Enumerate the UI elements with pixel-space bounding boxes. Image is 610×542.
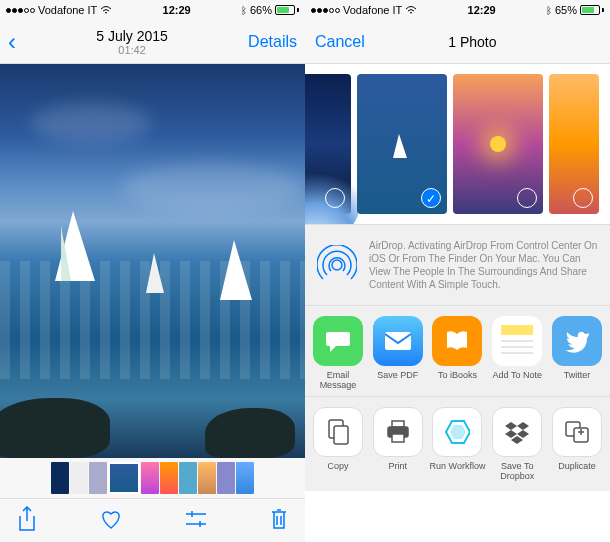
action-copy[interactable]: Copy (309, 407, 367, 481)
carrier-label: Vodafone IT (38, 4, 97, 16)
workflow-icon (432, 407, 482, 457)
share-app-twitter[interactable]: Twitter (548, 316, 606, 392)
airdrop-description: AirDrop. Activating AirDrop From Control… (369, 239, 600, 291)
share-app-message[interactable]: Email Message (309, 316, 367, 392)
checkmark-icon (421, 188, 441, 208)
share-icon (16, 506, 38, 532)
notes-icon (492, 316, 542, 366)
print-icon (373, 407, 423, 457)
heart-icon (99, 508, 123, 530)
svg-rect-2 (501, 325, 533, 335)
sliders-icon (184, 509, 208, 529)
battery-pct: 65% (555, 4, 577, 16)
share-app-ibooks[interactable]: To iBooks (429, 316, 487, 392)
photo-thumb[interactable] (305, 74, 351, 214)
status-time: 12:29 (417, 4, 546, 16)
airdrop-row[interactable]: AirDrop. Activating AirDrop From Control… (305, 224, 610, 306)
delete-button[interactable] (269, 507, 289, 535)
action-duplicate[interactable]: Duplicate (548, 407, 606, 481)
share-app-mail[interactable]: Save PDF (369, 316, 427, 392)
share-apps-row: Email Message Save PDF To iBooks Add To … (305, 306, 610, 396)
back-button[interactable]: ‹ (8, 28, 16, 56)
battery-icon (580, 5, 604, 15)
photo-viewer[interactable] (0, 64, 305, 458)
svg-rect-9 (392, 421, 404, 427)
photo-date: 5 July 2015 (16, 28, 248, 44)
copy-icon (313, 407, 363, 457)
action-label: Duplicate (558, 461, 596, 471)
status-bar: Vodafone IT 12:29 ᛒ 66% (0, 0, 305, 20)
photo-scrubber[interactable] (0, 458, 305, 498)
share-app-notes[interactable]: Add To Note (488, 316, 546, 392)
airdrop-icon (315, 243, 359, 287)
svg-rect-1 (385, 332, 411, 350)
bottom-toolbar (0, 498, 305, 542)
details-button[interactable]: Details (248, 33, 297, 51)
signal-icon (311, 8, 340, 13)
message-icon (313, 316, 363, 366)
status-time: 12:29 (112, 4, 241, 16)
photo-thumb[interactable] (453, 74, 543, 214)
dropbox-icon (492, 407, 542, 457)
wifi-icon (100, 5, 112, 15)
selection-count: 1 Photo (448, 34, 496, 50)
duplicate-icon (552, 407, 602, 457)
share-sheet-screen: Vodafone IT 12:29 ᛒ 65% Cancel 1 Photo (305, 0, 610, 542)
app-label: Save PDF (377, 370, 418, 392)
carrier-label: Vodafone IT (343, 4, 402, 16)
photo-thumb[interactable] (549, 74, 599, 214)
action-label: Copy (327, 461, 348, 471)
cancel-button[interactable]: Cancel (315, 33, 365, 51)
ibooks-icon (432, 316, 482, 366)
battery-pct: 66% (250, 4, 272, 16)
app-label: Email Message (309, 370, 367, 392)
svg-rect-11 (392, 434, 404, 442)
action-dropbox[interactable]: Save To Dropbox (488, 407, 546, 481)
action-label: Run Workflow (430, 461, 486, 471)
action-workflow[interactable]: Run Workflow (429, 407, 487, 481)
photo-thumb[interactable] (357, 74, 447, 214)
share-nav-bar: Cancel 1 Photo (305, 20, 610, 64)
trash-icon (269, 507, 289, 531)
app-label: Add To Note (493, 370, 542, 392)
share-actions-row: Copy Print Run Workflow Save To Dropbox … (305, 396, 610, 491)
action-label: Save To Dropbox (488, 461, 546, 481)
battery-icon (275, 5, 299, 15)
svg-rect-3 (501, 335, 533, 357)
share-button[interactable] (16, 506, 38, 536)
app-label: Twitter (564, 370, 591, 392)
mail-icon (373, 316, 423, 366)
favorite-button[interactable] (99, 508, 123, 534)
svg-point-0 (332, 260, 342, 270)
twitter-icon (552, 316, 602, 366)
photo-selection-row[interactable] (305, 64, 610, 224)
svg-rect-8 (334, 426, 348, 444)
bluetooth-icon: ᛒ (241, 5, 247, 16)
photo-detail-screen: Vodafone IT 12:29 ᛒ 66% ‹ 5 July 2015 01… (0, 0, 305, 542)
wifi-icon (405, 5, 417, 15)
bluetooth-icon: ᛒ (546, 5, 552, 16)
signal-icon (6, 8, 35, 13)
photo-time: 01:42 (16, 44, 248, 56)
app-label: To iBooks (438, 370, 477, 392)
action-label: Print (388, 461, 407, 471)
action-print[interactable]: Print (369, 407, 427, 481)
nav-bar: ‹ 5 July 2015 01:42 Details (0, 20, 305, 64)
status-bar: Vodafone IT 12:29 ᛒ 65% (305, 0, 610, 20)
edit-button[interactable] (184, 509, 208, 533)
